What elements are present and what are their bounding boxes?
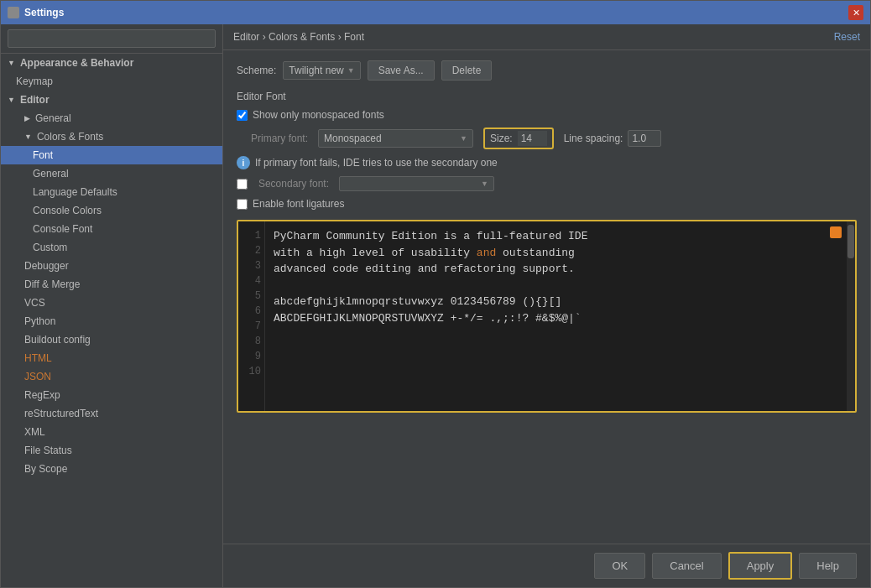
- sidebar-search-container: [1, 24, 222, 54]
- section-title: Editor Font: [237, 91, 857, 102]
- cancel-button[interactable]: Cancel: [652, 553, 721, 579]
- preview-line-3: advanced code editing and refactoring su…: [274, 261, 838, 278]
- line-spacing-group: Line spacing:: [564, 130, 662, 147]
- bottom-bar: OK Cancel Apply Help: [223, 544, 870, 587]
- sidebar-item-appearance[interactable]: ▼ Appearance & Behavior: [1, 54, 222, 72]
- enable-ligatures-checkbox[interactable]: [237, 199, 248, 210]
- content-area: ▼ Appearance & Behavior Keymap ▼ Editor …: [1, 24, 870, 587]
- preview-area: 1 2 3 4 5 6 7 8 9 10 PyCharm Community E…: [237, 220, 857, 413]
- sidebar-item-console-colors[interactable]: Console Colors: [1, 201, 222, 220]
- enable-ligatures-row: Enable font ligatures: [237, 198, 857, 210]
- line-num: 4: [242, 273, 261, 289]
- preview-code: PyCharm Community Edition is a full-feat…: [265, 221, 847, 411]
- sidebar-item-buildout-config[interactable]: Buildout config: [1, 330, 222, 349]
- sidebar-item-keymap[interactable]: Keymap: [1, 72, 222, 91]
- apply-button[interactable]: Apply: [728, 552, 793, 580]
- preview-scrollbar[interactable]: [847, 221, 855, 411]
- sidebar-item-python[interactable]: Python: [1, 312, 222, 330]
- line-num: 1: [242, 228, 261, 243]
- secondary-font-label: Secondary font:: [258, 178, 329, 190]
- line-num: 6: [242, 304, 261, 319]
- size-label: Size:: [490, 133, 513, 144]
- line-num: 7: [242, 319, 261, 334]
- secondary-font-checkbox[interactable]: [237, 179, 248, 190]
- preview-line-8: [274, 343, 838, 360]
- close-button[interactable]: ✕: [848, 5, 863, 20]
- preview-line-4: [274, 278, 838, 294]
- info-icon: i: [237, 156, 250, 169]
- info-row: i If primary font fails, IDE tries to us…: [237, 156, 857, 169]
- preview-line-6: ABCDEFGHIJKLMNOPQRSTUVWXYZ +-*/= .,;:!? …: [274, 310, 838, 327]
- sidebar-item-debugger[interactable]: Debugger: [1, 257, 222, 275]
- line-num: 8: [242, 334, 261, 349]
- sidebar-item-font[interactable]: Font: [1, 146, 222, 164]
- primary-font-label: Primary font:: [237, 133, 308, 144]
- scheme-label: Scheme:: [237, 65, 276, 76]
- sidebar-item-general2[interactable]: General: [1, 164, 222, 183]
- save-as-button[interactable]: Save As...: [368, 60, 435, 81]
- chevron-down-icon: ▼: [481, 180, 488, 188]
- chevron-right-icon: ▶: [24, 114, 30, 122]
- line-num: 10: [242, 364, 261, 379]
- chevron-down-icon: ▼: [460, 134, 467, 143]
- reset-link[interactable]: Reset: [834, 31, 860, 43]
- breadcrumb: Editor › Colors & Fonts › Font: [233, 31, 364, 43]
- primary-font-dropdown[interactable]: Monospaced ▼: [318, 129, 473, 148]
- preview-line-5: abcdefghijklmnopqrstuvwxyz 0123456789 ()…: [274, 294, 838, 310]
- sidebar-item-colors-fonts[interactable]: ▼ Colors & Fonts: [1, 127, 222, 146]
- primary-font-row: Primary font: Monospaced ▼ Size: Line sp…: [237, 127, 857, 149]
- line-num: 9: [242, 349, 261, 364]
- chevron-down-icon: ▼: [347, 66, 355, 75]
- line-num: 2: [242, 243, 261, 258]
- size-group: Size:: [483, 127, 554, 149]
- size-input[interactable]: [518, 131, 547, 146]
- scheme-row: Scheme: Twilight new ▼ Save As... Delete: [237, 60, 857, 81]
- enable-ligatures-label: Enable font ligatures: [253, 198, 344, 210]
- line-num: 5: [242, 289, 261, 304]
- show-monospaced-label: Show only monospaced fonts: [253, 109, 384, 121]
- chevron-down-icon: ▼: [8, 96, 15, 104]
- delete-button[interactable]: Delete: [441, 60, 493, 81]
- help-button[interactable]: Help: [799, 553, 857, 579]
- sidebar-item-console-font[interactable]: Console Font: [1, 220, 222, 238]
- main-header: Editor › Colors & Fonts › Font Reset: [223, 24, 870, 50]
- sidebar-item-html[interactable]: HTML: [1, 349, 222, 367]
- sidebar-item-regexp[interactable]: RegExp: [1, 386, 222, 404]
- show-monospaced-row: Show only monospaced fonts: [237, 109, 857, 121]
- search-input[interactable]: [8, 29, 216, 48]
- editor-font-section: Editor Font Show only monospaced fonts P…: [237, 91, 857, 210]
- scrollbar-thumb: [848, 225, 854, 258]
- scheme-value: Twilight new: [289, 65, 343, 76]
- app-icon: [8, 7, 19, 18]
- preview-gutter: 1 2 3 4 5 6 7 8 9 10: [238, 221, 265, 411]
- secondary-font-row: Secondary font: ▼: [237, 176, 857, 191]
- main-content: Scheme: Twilight new ▼ Save As... Delete…: [223, 50, 870, 544]
- sidebar-item-vcs[interactable]: VCS: [1, 294, 222, 312]
- sidebar-item-general[interactable]: ▶ General: [1, 109, 222, 127]
- sidebar-item-by-scope[interactable]: By Scope: [1, 460, 222, 478]
- sidebar-item-restructuredtext[interactable]: reStructuredText: [1, 404, 222, 423]
- preview-line-9: [274, 359, 838, 376]
- sidebar-item-diff-merge[interactable]: Diff & Merge: [1, 275, 222, 294]
- sidebar-item-file-status[interactable]: File Status: [1, 441, 222, 460]
- sidebar-item-editor[interactable]: ▼ Editor: [1, 91, 222, 109]
- ok-button[interactable]: OK: [594, 553, 645, 579]
- secondary-font-dropdown[interactable]: ▼: [339, 176, 494, 191]
- preview-line-2: with a high level of usability and outst…: [274, 245, 838, 262]
- sidebar-item-json[interactable]: JSON: [1, 367, 222, 386]
- settings-window: Settings ✕ ▼ Appearance & Behavior Keyma…: [0, 0, 871, 588]
- title-bar: Settings ✕: [1, 1, 870, 24]
- window-title: Settings: [24, 7, 64, 18]
- show-monospaced-checkbox[interactable]: [237, 110, 248, 121]
- scheme-dropdown[interactable]: Twilight new ▼: [283, 61, 360, 80]
- chevron-down-icon: ▼: [8, 59, 15, 67]
- line-spacing-input[interactable]: [628, 130, 661, 147]
- preview-line-7: [274, 326, 838, 343]
- line-num: 3: [242, 258, 261, 273]
- sidebar-item-custom[interactable]: Custom: [1, 238, 222, 257]
- sidebar-item-language-defaults[interactable]: Language Defaults: [1, 183, 222, 201]
- preview-line-1: PyCharm Community Edition is a full-feat…: [274, 228, 838, 245]
- main-panel: Editor › Colors & Fonts › Font Reset Sch…: [223, 24, 870, 587]
- sidebar-item-xml[interactable]: XML: [1, 423, 222, 441]
- preview-indicator: [830, 226, 842, 238]
